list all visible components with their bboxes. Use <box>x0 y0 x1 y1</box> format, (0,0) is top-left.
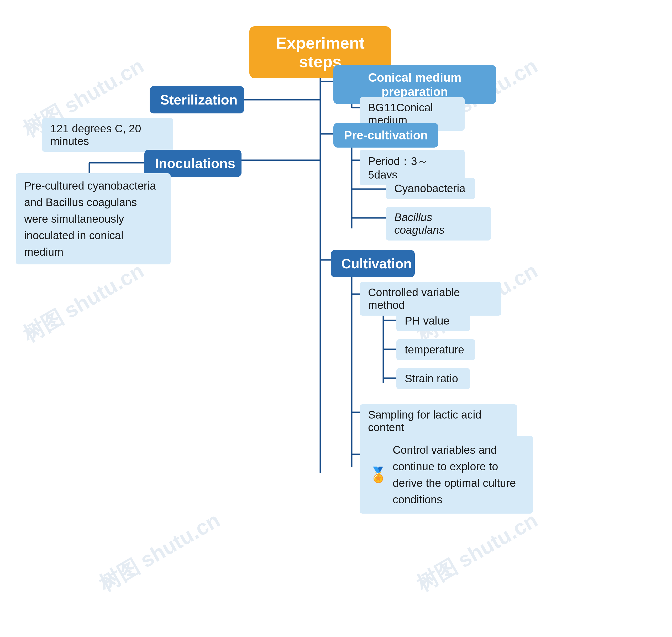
strain-ratio-node: Strain ratio <box>396 368 470 389</box>
watermark-3: 树图 shutu.cn <box>18 257 149 349</box>
sterilization-detail-node: 121 degrees C, 20 minutes <box>42 118 173 152</box>
watermark-5: 树图 shutu.cn <box>94 506 225 598</box>
sterilization-node: Sterilization <box>150 86 244 113</box>
inoculations-node: Inoculations <box>144 150 242 177</box>
medal-icon: 🏅 <box>369 464 388 486</box>
sampling-node: Sampling for lactic acid content <box>360 404 517 438</box>
cultivation-node: Cultivation <box>331 250 415 277</box>
watermark-6: 树图 shutu.cn <box>412 506 543 598</box>
bacillus-node: Bacillus coagulans <box>386 207 491 240</box>
temperature-node: temperature <box>396 339 475 360</box>
precultivation-node: Pre-cultivation <box>333 123 438 148</box>
ph-node: PH value <box>396 310 470 331</box>
control-node: 🏅 Control variables and continue to expl… <box>360 436 533 514</box>
inoculations-detail-node: Pre-cultured cyanobacteria and Bacillus … <box>16 173 171 265</box>
cyanobacteria-node: Cyanobacteria <box>386 178 475 199</box>
